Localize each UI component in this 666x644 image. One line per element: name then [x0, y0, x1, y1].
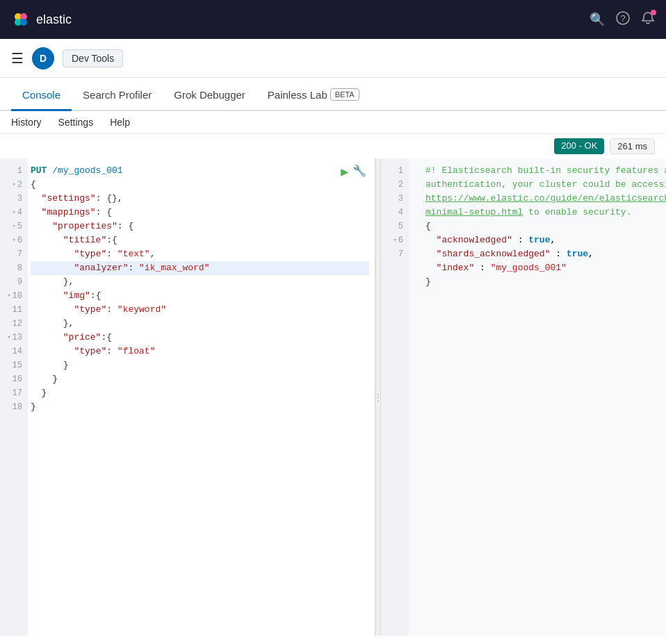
out-code-line-3: "acknowledged" : true, — [425, 233, 660, 247]
output-code-content: ✕ #! Elasticsearch built-in security fea… — [423, 158, 666, 636]
code-line-8: "analyzer": "ik_max_word" — [31, 261, 369, 275]
svg-text:?: ? — [621, 13, 626, 24]
ln-10: ▾10 — [0, 289, 28, 303]
editor-area: ▶ 🔧 1 ▾2 3 ▾4 ▾5 ▾6 7 8 9 ▾10 11 12 ▾13 … — [0, 158, 666, 636]
ln-18: 18 — [0, 400, 28, 414]
out-code-line-1: #! Elasticsearch built-in security featu… — [425, 164, 660, 220]
input-pane[interactable]: ▶ 🔧 1 ▾2 3 ▾4 ▾5 ▾6 7 8 9 ▾10 11 12 ▾13 … — [0, 158, 375, 636]
status-ok-badge: 200 - OK — [554, 138, 604, 154]
out-code-line-6: } — [425, 275, 660, 289]
hamburger-icon[interactable]: ☰ — [11, 50, 24, 67]
out-ln-2: 2 — [381, 178, 409, 192]
status-time-badge: 261 ms — [610, 138, 655, 154]
ln-11: 11 — [0, 303, 28, 317]
ln-1: 1 — [0, 164, 28, 178]
out-ln-4: 4 — [381, 206, 409, 220]
output-line-numbers: 1 2 3 4 5 ▾6 7 — [381, 158, 409, 636]
beta-badge: BETA — [330, 88, 359, 101]
editor-actions: ▶ 🔧 — [341, 164, 366, 179]
out-ln-7: 7 — [381, 247, 409, 261]
history-button[interactable]: History — [11, 117, 42, 128]
ln-3: 3 — [0, 192, 28, 206]
ln-2: ▾2 — [0, 178, 28, 192]
code-line-9: }, — [31, 275, 369, 289]
tab-bar: Console Search Profiler Grok Debugger Pa… — [0, 78, 666, 111]
code-line-11: "type": "keyword" — [31, 303, 369, 317]
code-line-1: PUT /my_goods_001 — [31, 164, 369, 178]
out-ln-1: 1 — [381, 164, 409, 178]
code-line-18: } — [31, 400, 369, 414]
ln-17: 17 — [0, 386, 28, 400]
input-line-numbers: 1 ▾2 3 ▾4 ▾5 ▾6 7 8 9 ▾10 11 12 ▾13 14 1… — [0, 158, 28, 636]
input-code-content[interactable]: PUT /my_goods_001 { "settings": {}, "map… — [28, 158, 375, 636]
notification-dot — [651, 10, 656, 15]
ln-6: ▾6 — [0, 233, 28, 247]
input-code-editor: 1 ▾2 3 ▾4 ▾5 ▾6 7 8 9 ▾10 11 12 ▾13 14 1… — [0, 158, 375, 636]
help-button[interactable]: Help — [110, 117, 130, 128]
tab-grok-debugger[interactable]: Grok Debugger — [163, 81, 257, 111]
ln-4: ▾4 — [0, 206, 28, 220]
out-ln-5: 5 — [381, 220, 409, 233]
code-line-2: { — [31, 178, 369, 192]
code-line-4: "mappings": { — [31, 206, 369, 220]
code-line-16: } — [31, 372, 369, 386]
out-code-line-4: "shards_acknowledged" : true, — [425, 247, 660, 261]
second-bar: ☰ D Dev Tools — [0, 39, 666, 78]
code-line-3: "settings": {}, — [31, 192, 369, 206]
out-code-line-2: { — [425, 220, 660, 233]
notification-icon[interactable] — [641, 11, 655, 28]
code-line-15: } — [31, 358, 369, 372]
ln-8: 8 — [0, 261, 28, 275]
output-pane: 1 2 3 4 5 ▾6 7 — [381, 158, 666, 636]
ln-16: 16 — [0, 372, 28, 386]
code-line-12: }, — [31, 317, 369, 331]
code-line-5: "properties": { — [31, 220, 369, 233]
code-line-17: } — [31, 386, 369, 400]
ln-5: ▾5 — [0, 220, 28, 233]
code-line-6: "titile":{ — [31, 233, 369, 247]
ln-14: 14 — [0, 345, 28, 358]
code-line-14: "type": "float" — [31, 345, 369, 358]
elastic-logo-icon — [11, 10, 31, 29]
code-line-13: "price":{ — [31, 331, 369, 345]
out-code-line-7 — [425, 289, 660, 303]
elastic-brand-text: elastic — [36, 13, 72, 27]
ln-9: 9 — [0, 275, 28, 289]
tab-painless-lab[interactable]: Painless Lab BETA — [257, 80, 371, 111]
out-code-line-5: "index" : "my_goods_001" — [425, 261, 660, 275]
dev-tools-breadcrumb[interactable]: Dev Tools — [63, 49, 123, 67]
elastic-logo: elastic — [11, 10, 72, 29]
run-icon[interactable]: ▶ — [341, 164, 348, 179]
ln-12: 12 — [0, 317, 28, 331]
wrench-icon[interactable]: 🔧 — [352, 164, 366, 179]
toolbar: History Settings Help — [0, 111, 666, 134]
help-icon[interactable]: ? — [616, 11, 630, 28]
out-ln-3: 3 — [381, 192, 409, 206]
top-nav: elastic 🔍 ? — [0, 0, 666, 39]
pane-divider[interactable]: ⋮ — [375, 158, 381, 636]
avatar: D — [32, 47, 54, 69]
output-code-editor: 1 2 3 4 5 ▾6 7 — [381, 158, 666, 636]
tab-search-profiler[interactable]: Search Profiler — [72, 81, 163, 111]
search-icon[interactable]: 🔍 — [590, 12, 605, 27]
top-nav-right: 🔍 ? — [590, 11, 655, 28]
settings-button[interactable]: Settings — [58, 117, 94, 128]
code-line-10: "img":{ — [31, 289, 369, 303]
top-nav-left: elastic — [11, 10, 72, 29]
code-line-7: "type": "text", — [31, 247, 369, 261]
output-gutter — [409, 158, 423, 636]
ln-7: 7 — [0, 247, 28, 261]
tab-console[interactable]: Console — [11, 81, 72, 111]
svg-point-3 — [20, 19, 27, 26]
out-ln-6: ▾6 — [381, 233, 409, 247]
ln-15: 15 — [0, 358, 28, 372]
status-bar: 200 - OK 261 ms — [0, 134, 666, 158]
ln-13: ▾13 — [0, 331, 28, 345]
